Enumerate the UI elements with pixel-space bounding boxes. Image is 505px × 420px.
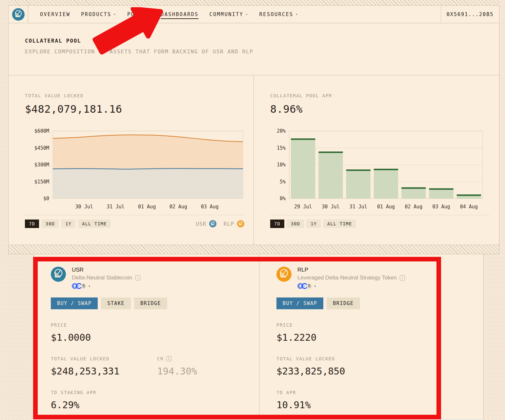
apr-range-controls: 7D 30D 1Y ALL TIME [270, 215, 490, 228]
nav-item-resources[interactable]: RESOURCES▾ [259, 11, 298, 17]
range-30d-button[interactable]: 30D [42, 220, 59, 228]
logo-cell[interactable] [9, 6, 28, 23]
apr-value: 8.96% [270, 103, 490, 115]
rlp-tvl-value: $233,825,850 [276, 366, 474, 377]
range-7d-button[interactable]: 7D [270, 220, 284, 228]
chevron-down-icon: ▾ [114, 12, 117, 16]
range-alltime-button[interactable]: ALL TIME [78, 220, 111, 228]
nav-items: OVERVIEW PRODUCTS▾ POINTS DASHBOARDS COM… [40, 6, 298, 23]
usr-cr-value: 194.30% [157, 366, 197, 377]
svg-text:31 Jul: 31 Jul [350, 204, 367, 210]
usr-buy-swap-button[interactable]: BUY / SWAP [51, 297, 98, 309]
usr-tvl-value: $248,253,331 [51, 366, 140, 377]
chain-count-badge: 5 [81, 283, 87, 289]
usr-price-block: PRICE $1.0000 [51, 322, 249, 343]
legend-rlp[interactable]: RLP [224, 220, 244, 227]
usr-apr-block: 7D STAKING APR 6.29% [51, 390, 249, 410]
rlp-chain-selector[interactable]: 5 ▾ [297, 283, 405, 289]
tvl-label: TOTAL VALUE LOCKED [25, 93, 244, 98]
section-divider-hatch [9, 245, 499, 254]
svg-text:$150M: $150M [34, 179, 49, 185]
rlp-price-label: PRICE [276, 322, 474, 328]
svg-text:29 Jul: 29 Jul [294, 204, 312, 210]
svg-text:01 Aug: 01 Aug [138, 204, 156, 210]
svg-text:04 Aug: 04 Aug [460, 204, 478, 210]
usr-tvl-label: TOTAL VALUE LOCKED [51, 356, 140, 361]
usr-token-icon [209, 220, 216, 227]
nav-item-community[interactable]: COMMUNITY▾ [210, 11, 249, 17]
svg-text:15%: 15% [277, 145, 286, 151]
rlp-apr-label: 7D APR [276, 390, 474, 395]
usr-meta: USR Delta-Neutral Stablecoin 5 [72, 267, 140, 289]
svg-text:02 Aug: 02 Aug [170, 204, 187, 210]
range-30d-button[interactable]: 30D [287, 220, 304, 228]
rlp-buy-swap-button[interactable]: BUY / SWAP [276, 297, 323, 309]
usr-chain-selector[interactable]: 5 ▾ [72, 283, 140, 289]
range-alltime-button[interactable]: ALL TIME [323, 220, 356, 228]
usr-bridge-button[interactable]: BRIDGE [134, 297, 167, 309]
rlp-token-icon [237, 220, 244, 227]
rlp-logo-icon [276, 267, 292, 282]
info-icon[interactable] [166, 356, 172, 361]
usr-stake-button[interactable]: STAKE [101, 297, 131, 309]
svg-text:30 Jul: 30 Jul [75, 204, 93, 210]
rlp-token-card: RLP Leveraged Delta-Neutral Strategy Tok… [259, 254, 483, 420]
svg-text:31 Jul: 31 Jul [107, 204, 124, 210]
rlp-price-value: $1.2220 [276, 332, 474, 343]
rlp-actions: BUY / SWAP BRIDGE [276, 297, 474, 309]
chevron-down-icon: ▾ [314, 284, 316, 288]
rlp-token-name: RLP [297, 267, 405, 273]
rlp-bridge-button[interactable]: BRIDGE [327, 297, 360, 309]
rlp-token-header: RLP Leveraged Delta-Neutral Strategy Tok… [276, 267, 474, 289]
range-1y-button[interactable]: 1Y [307, 220, 321, 228]
svg-text:30 Jul: 30 Jul [322, 204, 339, 210]
usr-token-name: USR [72, 267, 140, 273]
top-nav: OVERVIEW PRODUCTS▾ POINTS DASHBOARDS COM… [9, 6, 499, 23]
svg-text:20%: 20% [277, 128, 286, 134]
chart-legend: USR RLP [196, 220, 244, 227]
svg-text:03 Aug: 03 Aug [201, 204, 218, 210]
svg-text:$300M: $300M [34, 162, 49, 168]
usr-cr-label: CR [157, 356, 164, 361]
token-cards-section: USR Delta-Neutral Stablecoin 5 [33, 254, 484, 420]
usr-apr-label: 7D STAKING APR [51, 390, 249, 395]
rlp-meta: RLP Leveraged Delta-Neutral Strategy Tok… [297, 267, 405, 289]
top-hatch-band [8, 0, 499, 5]
apr-chart-card: COLLATERAL POOL APR 8.96% 0%5%10%15%20%2… [254, 75, 499, 245]
svg-text:$600M: $600M [34, 128, 49, 134]
range-7d-button[interactable]: 7D [25, 220, 39, 228]
collateral-pool-panel: OVERVIEW PRODUCTS▾ POINTS DASHBOARDS COM… [8, 5, 499, 254]
tvl-value: $482,079,181.16 [25, 103, 244, 115]
usr-token-description: Delta-Neutral Stablecoin [72, 275, 132, 281]
page-header: COLLATERAL POOL EXPLORE COMPOSITION OF A… [9, 23, 499, 75]
chevron-down-icon: ▾ [296, 12, 299, 16]
chain-count-badge: 5 [306, 283, 312, 289]
svg-text:03 Aug: 03 Aug [432, 204, 450, 210]
rlp-price-block: PRICE $1.2220 [276, 322, 474, 343]
chevron-down-icon: ▾ [246, 12, 249, 16]
legend-usr[interactable]: USR [196, 220, 216, 227]
usr-logo-icon [51, 267, 66, 282]
nav-item-dashboards[interactable]: DASHBOARDS [161, 11, 198, 17]
page-subtitle: EXPLORE COMPOSITION OF ASSETS THAT FORM … [25, 48, 499, 55]
range-1y-button[interactable]: 1Y [61, 220, 75, 228]
nav-item-overview[interactable]: OVERVIEW [40, 11, 70, 17]
tvl-range-controls: 7D 30D 1Y ALL TIME USR RLP [25, 215, 244, 228]
usr-actions: BUY / SWAP STAKE BRIDGE [51, 297, 249, 309]
nav-item-products[interactable]: PRODUCTS▾ [81, 11, 116, 17]
svg-text:$0: $0 [43, 196, 49, 201]
svg-text:$450M: $450M [34, 145, 49, 151]
usr-token-card: USR Delta-Neutral Stablecoin 5 [34, 254, 259, 420]
nav-item-points[interactable]: POINTS [127, 11, 150, 17]
svg-text:02 Aug: 02 Aug [405, 204, 422, 210]
usr-price-label: PRICE [51, 322, 249, 328]
svg-text:5%: 5% [280, 179, 286, 185]
usr-apr-value: 6.29% [51, 399, 249, 410]
resolv-logo-icon [12, 8, 25, 21]
tvl-area-chart: $0$150M$300M$450M$600M30 Jul31 Jul01 Aug… [25, 128, 244, 211]
wallet-address-button[interactable]: 0X5691...20B5 [441, 6, 499, 23]
info-icon[interactable] [400, 275, 405, 280]
apr-bar-chart: 0%5%10%15%20%29 Jul30 Jul31 Jul01 Aug02 … [270, 128, 483, 211]
usr-price-value: $1.0000 [51, 332, 249, 343]
info-icon[interactable] [135, 275, 140, 280]
